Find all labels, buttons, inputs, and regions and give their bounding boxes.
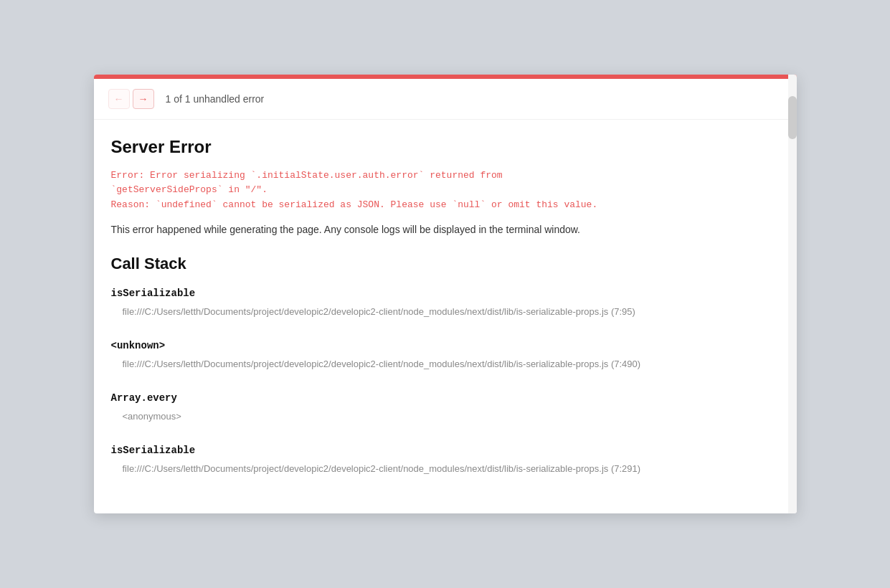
page-background: ← → 1 of 1 unhandled error Server Error … xyxy=(0,0,890,588)
error-modal: ← → 1 of 1 unhandled error Server Error … xyxy=(94,75,797,514)
stack-entry-3: isSerializable file:///C:/Users/letth/Do… xyxy=(111,445,768,477)
stack-function-2: Array.every xyxy=(111,392,768,404)
error-description: This error happened while generating the… xyxy=(111,222,768,237)
scrollbar-track[interactable] xyxy=(788,75,797,514)
modal-header: ← → 1 of 1 unhandled error xyxy=(94,79,797,120)
error-line-3: Reason: `undefined` cannot be serialized… xyxy=(111,198,768,213)
arrow-left-icon: ← xyxy=(114,93,124,105)
error-block: Error: Error serializing `.initialState.… xyxy=(111,169,768,213)
stack-file-2: <anonymous> xyxy=(111,409,768,425)
call-stack-title: Call Stack xyxy=(111,255,768,273)
stack-function-0: isSerializable xyxy=(111,288,768,299)
stack-file-3: file:///C:/Users/letth/Documents/project… xyxy=(111,462,768,477)
server-error-title: Server Error xyxy=(111,137,768,157)
nav-next-button[interactable]: → xyxy=(133,89,154,109)
stack-function-3: isSerializable xyxy=(111,445,768,456)
nav-buttons: ← → xyxy=(108,89,154,109)
stack-entry-2: Array.every <anonymous> xyxy=(111,392,768,425)
stack-file-1: file:///C:/Users/letth/Documents/project… xyxy=(111,357,768,372)
stack-function-1: <unknown> xyxy=(111,340,768,351)
error-line-1: Error: Error serializing `.initialState.… xyxy=(111,169,768,184)
modal-content[interactable]: Server Error Error: Error serializing `.… xyxy=(94,120,797,514)
stack-file-0: file:///C:/Users/letth/Documents/project… xyxy=(111,305,768,320)
stack-entry-0: isSerializable file:///C:/Users/letth/Do… xyxy=(111,288,768,320)
scrollbar-thumb[interactable] xyxy=(788,96,797,139)
nav-prev-button[interactable]: ← xyxy=(108,89,130,109)
stack-entry-1: <unknown> file:///C:/Users/letth/Documen… xyxy=(111,340,768,372)
error-line-2: `getServerSideProps` in "/". xyxy=(111,183,768,198)
arrow-right-icon: → xyxy=(138,93,148,105)
error-count-label: 1 of 1 unhandled error xyxy=(166,93,265,105)
